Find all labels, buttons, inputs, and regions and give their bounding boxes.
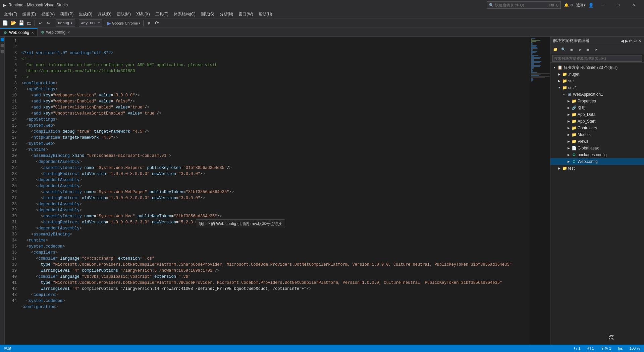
new-project-button[interactable]: 📄 xyxy=(1,19,9,27)
tree-item-[interactable]: ▶ 🔗 引用 xyxy=(550,104,644,111)
line-number-7: 7 xyxy=(5,74,17,80)
status-zoom[interactable]: 100 % xyxy=(628,346,641,350)
quick-launch-input[interactable] xyxy=(495,3,549,7)
save-all-button[interactable]: 🗃 xyxy=(25,19,33,27)
tree-item-globalasax[interactable]: ▶ 📄 Global.asax xyxy=(550,145,644,151)
tab-close-1[interactable]: ✕ xyxy=(31,31,34,35)
menu-item-c[interactable]: 体系结构(C) xyxy=(171,10,198,18)
tree-item-controllers[interactable]: ▶ 📁 Controllers xyxy=(550,125,644,131)
line-number-11: 11 xyxy=(5,98,17,104)
se-btn-2[interactable]: ▶ xyxy=(625,39,628,43)
toolbar-separator-4 xyxy=(104,20,104,26)
activity-icon-1[interactable] xyxy=(1,38,4,41)
toolbar-separator-1 xyxy=(35,20,35,26)
tab-close-2[interactable]: ✕ xyxy=(67,31,70,34)
menu-item-xmlx[interactable]: XML(X) xyxy=(133,11,153,17)
status-insert[interactable]: Ins xyxy=(616,346,624,350)
se-toolbar-btn-4[interactable]: ↻ xyxy=(576,46,583,53)
tree-item-src2[interactable]: ▾ 📁 src2 xyxy=(550,84,644,91)
line-number-19: 19 xyxy=(5,147,17,153)
tree-item-label: Models xyxy=(578,132,591,137)
menu-item-s[interactable]: 测试(S) xyxy=(198,10,217,18)
status-ready[interactable]: 就绪 xyxy=(3,346,13,351)
line-number-24: 24 xyxy=(5,177,17,183)
code-line-36: type="Microsoft.CodeDom.Providers.DotNet… xyxy=(21,262,530,268)
minimap-line-15 xyxy=(531,52,536,53)
title-icon-2[interactable]: ⚙ xyxy=(570,3,574,7)
se-search-input[interactable] xyxy=(552,55,642,62)
minimap-line-43 xyxy=(531,80,533,81)
tree-item-src[interactable]: ▶ 📁 src xyxy=(550,78,644,84)
status-row[interactable]: 行 1 xyxy=(573,346,582,351)
tree-item-nuget[interactable]: ▶ 📁 .nuget xyxy=(550,71,644,78)
toolbar-btn-extra-2[interactable]: ⟳ xyxy=(153,19,161,27)
code-content[interactable]: <?xml version="1.0" encoding="utf-8"?><!… xyxy=(19,37,530,345)
se-toolbar-btn-2[interactable]: 🔍 xyxy=(560,46,567,53)
code-line-25: <bindingRedirect oldVersion="1.0.0.0-3.0… xyxy=(21,195,530,201)
activity-icon-2[interactable] xyxy=(1,44,4,47)
se-btn-3[interactable]: ⟳ xyxy=(629,39,632,43)
minimize-button[interactable]: ─ xyxy=(595,0,610,10)
tree-item-packagesconfig[interactable]: ▶ ⚙ packages.config xyxy=(550,151,644,158)
se-btn-1[interactable]: ◀ xyxy=(621,39,624,43)
save-button[interactable]: 💾 xyxy=(17,19,25,27)
undo-button[interactable]: ↩ xyxy=(37,19,44,27)
se-btn-close[interactable]: ✕ xyxy=(638,39,641,43)
activity-icon-3[interactable] xyxy=(1,50,4,53)
line-number-44: 44 xyxy=(5,298,17,304)
menu-item-b[interactable]: 生成(B) xyxy=(76,10,95,18)
tab-webconfig-active[interactable]: ⚙ Web.config ✕ xyxy=(0,28,38,36)
menu-item-w[interactable]: 窗口(W) xyxy=(236,10,256,18)
se-toolbar-btn-3[interactable]: ⊞ xyxy=(568,46,575,53)
menu-item-m[interactable]: 团队(M) xyxy=(114,10,133,18)
menu-item-p[interactable]: 项目(P) xyxy=(57,10,76,18)
se-toolbar: 📁 🔍 ⊞ ↻ ⊞ ⚙ xyxy=(550,45,644,54)
minimap-line-5 xyxy=(531,42,532,43)
code-line-12: <appSettings> xyxy=(21,117,530,123)
dropdown-arrow-icon: ▾ xyxy=(70,21,73,25)
tab-webconfig-2[interactable]: ⚙ web.config ✕ xyxy=(38,28,73,36)
title-icon-1[interactable]: 🔔 xyxy=(564,3,569,7)
tree-file-icon: 📁 xyxy=(562,85,567,90)
tree-solution-root[interactable]: ▾ 📋 解决方案'Runtime' (23 个项目) xyxy=(550,64,644,71)
open-button[interactable]: 📂 xyxy=(9,19,17,27)
se-toolbar-btn-1[interactable]: 📁 xyxy=(552,46,559,53)
menubar: 文件(F)编辑(E)视图(V)项目(P)生成(B)调试(D)团队(M)XML(X… xyxy=(0,10,644,18)
line-number-18: 18 xyxy=(5,141,17,147)
restore-button[interactable]: □ xyxy=(610,0,626,10)
se-btn-4[interactable]: ⚙ xyxy=(633,39,637,43)
minimap-line-16 xyxy=(531,53,533,54)
user-icon[interactable]: 👤 xyxy=(588,3,594,8)
code-editor[interactable]: 1234567891011121314151617181920212223242… xyxy=(5,37,550,345)
run-button[interactable]: ▶ Google Chrome ▾ xyxy=(106,20,142,26)
se-toolbar-btn-6[interactable]: ⚙ xyxy=(592,46,599,53)
tree-item-appdata[interactable]: ▶ 📁 App_Data xyxy=(550,111,644,118)
menu-item-t[interactable]: 工具(T) xyxy=(153,10,171,18)
status-char[interactable]: 字符 1 xyxy=(599,346,612,351)
tree-item-appstart[interactable]: ▶ 📁 App_Start xyxy=(550,118,644,125)
tree-item-webapplication1[interactable]: ▾ ⊞ WebApplication1 xyxy=(550,91,644,98)
menu-item-e[interactable]: 编辑(E) xyxy=(20,10,39,18)
tree-item-test[interactable]: ▶ 📁 test xyxy=(550,165,644,172)
menu-item-h[interactable]: 帮助(H) xyxy=(256,10,275,18)
menu-item-v[interactable]: 视图(V) xyxy=(39,10,57,18)
tree-item-webconfig[interactable]: ▶ ⚙ Web.config xyxy=(550,158,644,165)
titlebar: ▶ Runtime - Microsoft Visual Studio 🔍 Ct… xyxy=(0,0,644,10)
close-button[interactable]: ✕ xyxy=(626,0,641,10)
redo-button[interactable]: ↪ xyxy=(45,19,52,27)
menu-item-d[interactable]: 调试(D) xyxy=(95,10,114,18)
screen-label[interactable]: 遮幕▾ xyxy=(576,3,586,8)
tree-item-views[interactable]: ▶ 📁 Views xyxy=(550,138,644,145)
se-toolbar-btn-5[interactable]: ⊞ xyxy=(584,46,591,53)
line-number-30: 30 xyxy=(5,213,17,219)
debug-config-dropdown[interactable]: Debug ▾ xyxy=(56,19,75,27)
platform-dropdown[interactable]: Any CPU ▾ xyxy=(79,19,103,27)
menu-item-f[interactable]: 文件(F) xyxy=(1,10,20,18)
tree-item-properties[interactable]: ▶ 📁 Properties xyxy=(550,98,644,104)
toolbar-btn-extra-1[interactable]: ⇄ xyxy=(145,19,153,27)
tree-arrow: ▶ xyxy=(566,146,571,150)
status-col[interactable]: 列 1 xyxy=(586,346,595,351)
menu-item-n[interactable]: 分析(N) xyxy=(217,10,236,18)
line-number-27: 27 xyxy=(5,195,17,201)
tree-item-models[interactable]: ▶ 📁 Models xyxy=(550,131,644,138)
